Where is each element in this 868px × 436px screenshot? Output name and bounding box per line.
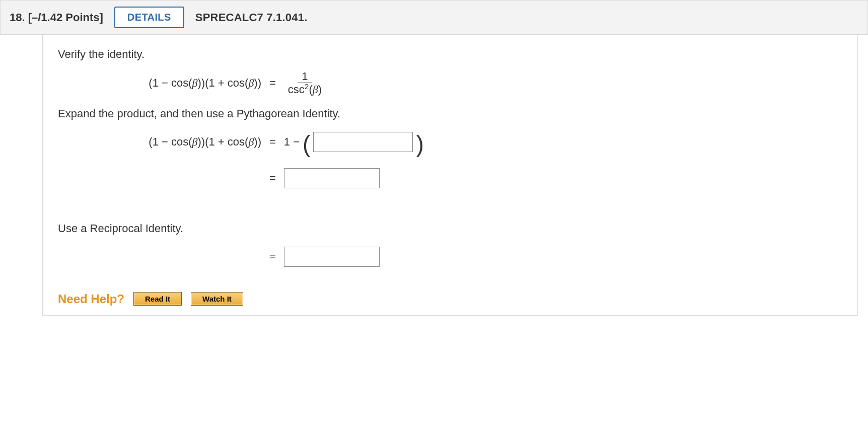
step1-lhs: (1 − cos(β))(1 + cos(β)) xyxy=(104,135,261,149)
fraction-denominator: csc2(β) xyxy=(284,83,326,96)
equals-sign: = xyxy=(264,172,281,185)
need-help-label: Need Help? xyxy=(58,292,124,306)
question-number: 18. [–/1.42 Points] xyxy=(10,11,103,24)
verify-prompt: Verify the identity. xyxy=(58,48,842,61)
fraction-numerator: 1 xyxy=(298,70,312,83)
step3-row: = xyxy=(58,244,842,269)
step2-row: = xyxy=(58,166,842,191)
identity-equation: (1 − cos(β))(1 + cos(β)) = 1 csc2(β) xyxy=(58,70,842,96)
step1-blank-input[interactable] xyxy=(313,132,413,152)
help-row: Need Help? Read It Watch It xyxy=(58,292,842,306)
identity-rhs-fraction: 1 csc2(β) xyxy=(284,70,326,96)
reciprocal-prompt: Use a Reciprocal Identity. xyxy=(58,222,842,235)
question-header: 18. [–/1.42 Points] DETAILS SPRECALC7 7.… xyxy=(0,0,868,35)
details-button[interactable]: DETAILS xyxy=(114,7,184,28)
equals-sign: = xyxy=(264,250,281,263)
read-it-button[interactable]: Read It xyxy=(133,292,182,306)
equals-sign: = xyxy=(264,77,281,90)
step2-blank-input[interactable] xyxy=(284,168,380,188)
question-reference: SPRECALC7 7.1.041. xyxy=(195,11,308,24)
equals-sign: = xyxy=(264,135,281,149)
watch-it-button[interactable]: Watch It xyxy=(191,292,243,306)
identity-lhs: (1 − cos(β))(1 + cos(β)) xyxy=(104,77,261,90)
expand-prompt: Expand the product, and then use a Pytha… xyxy=(58,107,842,120)
question-body: Verify the identity. (1 − cos(β))(1 + co… xyxy=(42,35,858,316)
step1-rhs-prefix: 1 − xyxy=(284,135,300,149)
step1-row: (1 − cos(β))(1 + cos(β)) = 1 − ( ) xyxy=(58,129,842,155)
step3-blank-input[interactable] xyxy=(284,247,380,267)
